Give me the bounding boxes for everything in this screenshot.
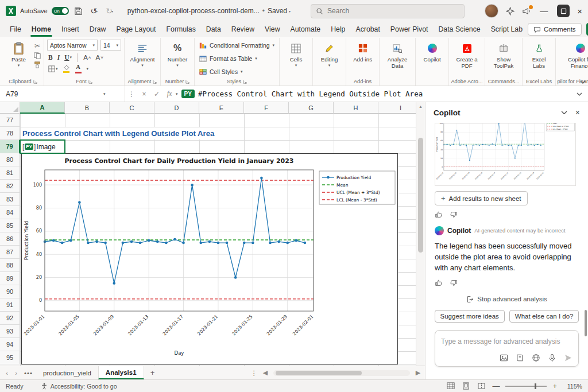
sheet-bar-menu-icon[interactable]: ⋮ [251, 369, 258, 377]
document-title[interactable]: python-excel-copilot-process-control-dem… [127, 7, 291, 15]
copilot-pane-scrollbar[interactable] [585, 310, 587, 336]
add-results-button[interactable]: + Add results to new sheet [435, 191, 528, 205]
row-header-84[interactable]: 84 [0, 206, 20, 219]
comments-button[interactable]: Comments [528, 23, 582, 36]
restore-window-button[interactable] [557, 5, 570, 17]
scroll-up-arrow-icon[interactable]: ▲ [416, 102, 425, 110]
column-header-g[interactable]: G [289, 102, 334, 114]
search-input[interactable] [327, 7, 442, 15]
fill-color-button[interactable] [63, 65, 70, 73]
row-header-94[interactable]: 94 [0, 338, 20, 351]
tab-data[interactable]: Data [201, 23, 226, 37]
formula-content[interactable]: #Process Control Chart with Legend Outsi… [198, 90, 423, 98]
globe-icon[interactable] [532, 354, 540, 362]
send-icon[interactable] [564, 354, 572, 362]
tab-acrobat[interactable]: Acrobat [350, 23, 385, 37]
copilot-suggestion-chip[interactable]: Suggest more ideas [435, 310, 505, 323]
row-header-77[interactable]: 77 [0, 114, 20, 127]
addins-button[interactable]: Add-ins [349, 40, 376, 63]
column-header-a[interactable]: A [20, 102, 65, 114]
row-header-83[interactable]: 83 [0, 193, 20, 206]
row-header-95[interactable]: 95 [0, 351, 20, 364]
hscroll-left-arrow-icon[interactable]: ◀ [261, 369, 270, 377]
sheet-nav-left-icon[interactable]: ‹ [2, 370, 11, 377]
create-pdf-button[interactable]: Create a PDF [452, 40, 482, 69]
cell-a78-heading[interactable]: Process Control Chart with Legend Outsid… [21, 127, 219, 139]
new-sheet-button[interactable]: + [148, 368, 158, 377]
collapse-ribbon-chevron-icon[interactable] [580, 80, 586, 84]
underline-button[interactable]: U▾ [64, 54, 72, 61]
redo-button[interactable]: ↻▾ [104, 4, 115, 18]
hscroll-right-arrow-icon[interactable]: ▶ [413, 369, 423, 377]
cut-button[interactable]: ✂ [34, 42, 40, 50]
tab-help[interactable]: Help [326, 23, 350, 37]
microphone-icon[interactable] [548, 354, 556, 362]
column-header-e[interactable]: E [199, 102, 244, 114]
accessibility-status[interactable]: Accessibility: Good to go [41, 383, 117, 390]
column-header-d[interactable]: D [154, 102, 199, 114]
column-header-f[interactable]: F [244, 102, 289, 114]
zoom-level[interactable]: 115% [563, 383, 582, 390]
name-box[interactable]: ▾ [0, 86, 125, 102]
zoom-slider[interactable] [505, 386, 547, 387]
cells-button[interactable]: Cells ▾ [283, 40, 310, 68]
tab-file[interactable]: File [5, 23, 26, 37]
tab-view[interactable]: View [260, 23, 285, 37]
tab-script-lab[interactable]: Script Lab [486, 23, 528, 37]
sheet-tab-analysis1[interactable]: Analysis1 [98, 366, 144, 379]
selected-cell-a79[interactable]: [ PY ] Image [20, 139, 65, 154]
zoom-out-button[interactable]: — [492, 382, 500, 390]
thumbs-down-icon[interactable] [450, 279, 458, 287]
column-header-i[interactable]: I [378, 102, 416, 114]
embedded-chart[interactable]: 2023-01-012023-01-052023-01-092023-01-13… [21, 153, 398, 364]
page-layout-view-icon[interactable] [461, 382, 471, 390]
row-header-92[interactable]: 92 [0, 312, 20, 325]
row-header-91[interactable]: 91 [0, 298, 20, 312]
row-header-80[interactable]: 80 [0, 153, 20, 166]
sparkle-icon[interactable] [506, 7, 514, 15]
borders-button[interactable]: ▾ [48, 65, 58, 72]
tab-automate[interactable]: Automate [285, 23, 326, 37]
tab-data-science[interactable]: Data Science [433, 23, 485, 37]
share-button[interactable]: Share ▾ [586, 23, 588, 36]
chart-result-thumbnail[interactable]: 2023-01-012023-01-052023-01-092023-01-13… [435, 123, 576, 186]
vertical-scroll-thumb[interactable] [418, 138, 423, 253]
stop-advanced-analysis-button[interactable]: Stop advanced analysis [435, 296, 579, 303]
italic-button[interactable]: I [57, 54, 60, 61]
row-header-89[interactable]: 89 [0, 272, 20, 285]
select-all-corner[interactable] [0, 102, 20, 114]
cancel-entry-button[interactable]: × [138, 90, 150, 98]
copilot-message-input[interactable] [441, 337, 572, 346]
column-header-h[interactable]: H [334, 102, 378, 114]
copilot-pane-collapse-chevron-icon[interactable] [561, 111, 567, 115]
increase-font-size-button[interactable]: A˄ [83, 54, 91, 61]
copilot-input-card[interactable] [435, 330, 579, 367]
copilot-suggestion-chip[interactable]: What else can I do? [509, 310, 579, 323]
expand-formula-bar-chevron-icon[interactable] [577, 92, 588, 96]
prompt-gallery-icon[interactable] [516, 354, 524, 362]
user-avatar[interactable] [485, 4, 498, 18]
alignment-button[interactable]: Alignment ▾ [127, 40, 157, 68]
show-toolpak-button[interactable]: Show ToolPak [488, 40, 519, 69]
tab-formulas[interactable]: Formulas [161, 23, 201, 37]
horizontal-scroll-thumb[interactable] [276, 371, 362, 375]
row-header-82[interactable]: 82 [0, 180, 20, 193]
thumbs-up-icon[interactable] [435, 211, 443, 219]
sheet-list-dots-icon[interactable]: ••• [24, 370, 33, 377]
grid-vertical-scrollbar[interactable]: ▲ [416, 102, 425, 366]
row-header-90[interactable]: 90 [0, 285, 20, 298]
copilot-finance-button[interactable]: Copilot for Finance (Preview) [559, 40, 588, 70]
format-as-table-button[interactable]: Format as Table▾ [198, 53, 276, 64]
number-format-button[interactable]: % Number ▾ [164, 40, 191, 68]
row-header-78[interactable]: 78 [0, 127, 20, 140]
sheet-tab-production_yield[interactable]: production_yield [36, 366, 98, 379]
decrease-font-size-button[interactable]: A˅ [95, 54, 103, 61]
paste-button[interactable]: Paste ▾ [5, 40, 32, 68]
save-icon[interactable] [73, 4, 84, 18]
copilot-button[interactable]: Copilot [419, 40, 446, 63]
confirm-entry-button[interactable]: ✓ [150, 90, 163, 98]
row-header-81[interactable]: 81 [0, 166, 20, 180]
zoom-slider-thumb[interactable] [535, 383, 536, 389]
undo-button[interactable]: ↺▾ [88, 4, 100, 18]
editing-button[interactable]: Editing ▾ [316, 40, 343, 68]
